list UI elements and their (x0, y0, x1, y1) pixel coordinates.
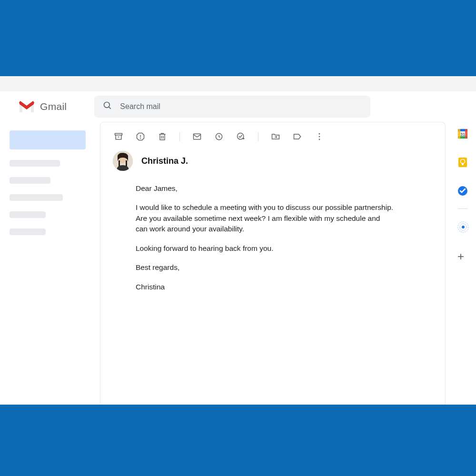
svg-point-13 (319, 139, 320, 140)
add-task-icon[interactable] (236, 132, 246, 141)
report-spam-icon[interactable] (136, 132, 145, 141)
compose-button[interactable] (10, 130, 86, 149)
labels-icon[interactable] (293, 132, 302, 141)
svg-rect-16 (119, 160, 120, 166)
svg-line-1 (109, 107, 111, 109)
side-panel-divider (458, 208, 467, 209)
toolbar-separator (258, 132, 258, 141)
sidebar-item[interactable] (10, 228, 46, 235)
email-body: Dear James, I would like to schedule a m… (113, 183, 394, 292)
svg-point-5 (140, 138, 141, 139)
gmail-logo-icon (18, 100, 35, 113)
tasks-icon[interactable] (457, 186, 468, 196)
svg-point-0 (104, 102, 110, 108)
more-icon[interactable] (315, 132, 324, 141)
mail-pane: Christina J. Dear James, I would like to… (100, 122, 446, 405)
mail-toolbar (113, 130, 433, 151)
svg-point-12 (319, 136, 320, 138)
svg-point-11 (319, 133, 320, 135)
browser-chrome-strip (0, 76, 476, 91)
gmail-app: Gmail (0, 91, 476, 405)
svg-point-10 (238, 133, 244, 139)
sender-row: Christina J. (113, 151, 433, 171)
svg-rect-26 (462, 163, 464, 165)
app-window: Gmail (0, 76, 476, 405)
side-panel: 31 (449, 122, 476, 405)
add-icon[interactable]: + (457, 250, 468, 260)
svg-rect-17 (126, 160, 127, 166)
delete-icon[interactable] (158, 132, 167, 141)
sender-name: Christina J. (141, 156, 188, 166)
search-bar[interactable] (94, 96, 370, 118)
gmail-logo-area[interactable]: Gmail (18, 100, 67, 113)
email-closing: Best regards, (136, 262, 394, 273)
email-greeting: Dear James, (136, 183, 394, 194)
svg-rect-22 (465, 129, 467, 139)
email-signature: Christina (136, 282, 394, 292)
sidebar (0, 122, 100, 405)
email-paragraph: I would like to schedule a meeting with … (136, 202, 394, 234)
svg-point-30 (462, 226, 465, 228)
move-to-icon[interactable] (271, 132, 280, 141)
header: Gmail (0, 91, 476, 122)
keep-icon[interactable] (457, 157, 468, 168)
content-area: Christina J. Dear James, I would like to… (100, 122, 476, 405)
email-paragraph: Looking forward to hearing back from you… (136, 243, 394, 254)
svg-text:31: 31 (460, 132, 465, 137)
calendar-icon[interactable]: 31 (457, 129, 468, 139)
svg-rect-2 (115, 133, 122, 135)
search-icon (103, 101, 112, 112)
sidebar-item[interactable] (10, 211, 46, 218)
sidebar-item[interactable] (10, 160, 60, 167)
search-input[interactable] (120, 102, 362, 111)
body-row: Christina J. Dear James, I would like to… (0, 122, 476, 405)
archive-icon[interactable] (114, 132, 123, 141)
mark-unread-icon[interactable] (192, 132, 202, 141)
contacts-icon[interactable] (457, 221, 468, 232)
sender-avatar[interactable] (113, 151, 133, 171)
gmail-wordmark: Gmail (40, 101, 67, 112)
snooze-icon[interactable] (214, 132, 224, 141)
sidebar-item[interactable] (10, 194, 63, 201)
sidebar-item[interactable] (10, 177, 50, 184)
toolbar-separator (179, 132, 180, 141)
